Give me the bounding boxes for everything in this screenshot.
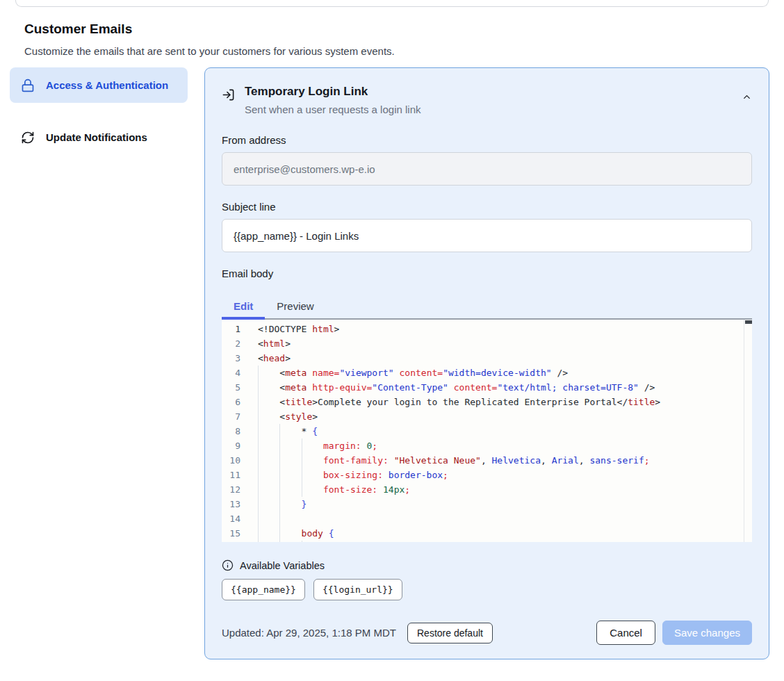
line-number: 9 — [222, 438, 247, 453]
panel-header: Temporary Login Link Sent when a user re… — [222, 85, 752, 115]
tab-preview[interactable]: Preview — [265, 293, 325, 318]
indent-guide — [279, 526, 301, 541]
code-line: 3<head> — [222, 351, 752, 366]
line-number: 14 — [222, 511, 247, 526]
indent-guide — [279, 424, 301, 438]
panel-subtitle: Sent when a user requests a login link — [245, 104, 420, 115]
subject-line-input[interactable] — [222, 219, 752, 252]
panel-header-text: Temporary Login Link Sent when a user re… — [245, 85, 420, 115]
cancel-button[interactable]: Cancel — [596, 621, 655, 645]
footer-actions: Cancel Save changes — [596, 621, 752, 645]
code-line: 11box-sizing: border-box; — [222, 468, 752, 482]
indent-guide — [279, 497, 301, 511]
code-line: 1<!DOCTYPE html> — [222, 322, 752, 336]
line-number: 10 — [222, 453, 247, 468]
indent-guide — [258, 438, 279, 453]
code-line: 4<meta name="viewport" content="width=de… — [222, 366, 752, 380]
variable-chip-login-url[interactable]: {{login_url}} — [313, 579, 402, 600]
indent-guide — [302, 482, 323, 497]
email-body-label: Email body — [222, 268, 752, 279]
line-number: 15 — [222, 526, 247, 541]
indent-guide — [302, 453, 323, 468]
available-variables-header: Available Variables — [222, 559, 752, 571]
panel-title: Temporary Login Link — [245, 85, 420, 99]
indent-guide — [258, 380, 279, 395]
variable-chips: {{app_name}} {{login_url}} — [222, 579, 752, 600]
sidebar-item-label: Access & Authentication — [46, 77, 168, 93]
line-number: 4 — [222, 366, 247, 380]
line-number: 3 — [222, 351, 247, 366]
indent-guide — [258, 526, 279, 541]
code-line: 9margin: 0; — [222, 438, 752, 453]
tab-edit[interactable]: Edit — [222, 293, 265, 318]
sidebar-item-update-notifications[interactable]: Update Notifications — [10, 120, 188, 155]
line-number: 8 — [222, 424, 247, 438]
variable-chip-app-name[interactable]: {{app_name}} — [222, 579, 305, 600]
page-header: Customer Emails Customize the emails tha… — [0, 22, 784, 57]
code-line: 10font-family: "Helvetica Neue", Helveti… — [222, 453, 752, 468]
updated-timestamp: Updated: Apr 29, 2025, 1:18 PM MDT — [222, 627, 396, 639]
indent-guide — [302, 468, 323, 482]
code-line: 12font-size: 14px; — [222, 482, 752, 497]
indent-guide — [258, 511, 279, 526]
indent-guide — [302, 541, 323, 542]
line-number: 12 — [222, 482, 247, 497]
lock-icon — [21, 79, 35, 92]
code-line: 7<style> — [222, 409, 752, 424]
code-line: 13} — [222, 497, 752, 511]
chevron-up-icon — [742, 92, 752, 104]
collapse-button[interactable] — [742, 92, 752, 104]
save-changes-button[interactable]: Save changes — [662, 621, 752, 645]
refresh-icon — [21, 131, 35, 145]
line-number: 7 — [222, 409, 247, 424]
indent-guide — [258, 497, 279, 511]
line-number: 13 — [222, 497, 247, 511]
indent-guide — [258, 482, 279, 497]
panel-footer: Updated: Apr 29, 2025, 1:18 PM MDT Resto… — [222, 621, 752, 645]
email-settings-panel: Temporary Login Link Sent when a user re… — [204, 67, 769, 659]
log-in-icon — [222, 88, 235, 101]
indent-guide — [258, 468, 279, 482]
indent-guide — [279, 541, 301, 542]
sidebar: Access & Authentication Update Notificat… — [10, 67, 188, 156]
indent-guide — [279, 438, 301, 453]
indent-guide — [279, 453, 301, 468]
indent-guide — [258, 453, 279, 468]
from-address-label: From address — [222, 134, 752, 146]
line-number: 6 — [222, 395, 247, 409]
code-line: 15body { — [222, 526, 752, 541]
restore-default-button[interactable]: Restore default — [407, 623, 493, 643]
line-number: 2 — [222, 336, 247, 351]
indent-guide — [258, 424, 279, 438]
indent-guide — [279, 511, 301, 526]
editor-scrollbar[interactable] — [744, 320, 752, 542]
code-line: 14 — [222, 511, 752, 526]
indent-guide — [279, 482, 301, 497]
code-line: 5<meta http-equiv="Content-Type" content… — [222, 380, 752, 395]
code-area[interactable]: 1<!DOCTYPE html>2<html>3<head>4<meta nam… — [222, 320, 752, 542]
indent-guide — [258, 541, 279, 542]
scrollbar-thumb[interactable] — [745, 320, 752, 324]
indent-guide — [258, 366, 279, 380]
indent-guide — [258, 395, 279, 409]
line-number: 16 — [222, 541, 247, 542]
line-number: 1 — [222, 322, 247, 336]
subject-line-label: Subject line — [222, 201, 752, 213]
line-number: 11 — [222, 468, 247, 482]
code-line: 8* { — [222, 424, 752, 438]
main-content: Access & Authentication Update Notificat… — [0, 67, 784, 659]
indent-guide — [258, 409, 279, 424]
page-subtitle: Customize the emails that are sent to yo… — [24, 45, 760, 57]
sidebar-item-access-authentication[interactable]: Access & Authentication — [10, 67, 188, 103]
code-line: 6<title>Complete your login to the Repli… — [222, 395, 752, 409]
previous-card-bottom-edge — [15, 0, 769, 7]
line-number: 5 — [222, 380, 247, 395]
code-line: 16background-color: #ffffff; — [222, 541, 752, 542]
code-editor[interactable]: 1<!DOCTYPE html>2<html>3<head>4<meta nam… — [222, 318, 752, 542]
available-variables-label: Available Variables — [240, 560, 325, 571]
info-icon — [222, 559, 234, 571]
indent-guide — [302, 438, 323, 453]
email-body-tabs: Edit Preview — [222, 293, 752, 318]
from-address-input — [222, 152, 752, 186]
code-line: 2<html> — [222, 336, 752, 351]
